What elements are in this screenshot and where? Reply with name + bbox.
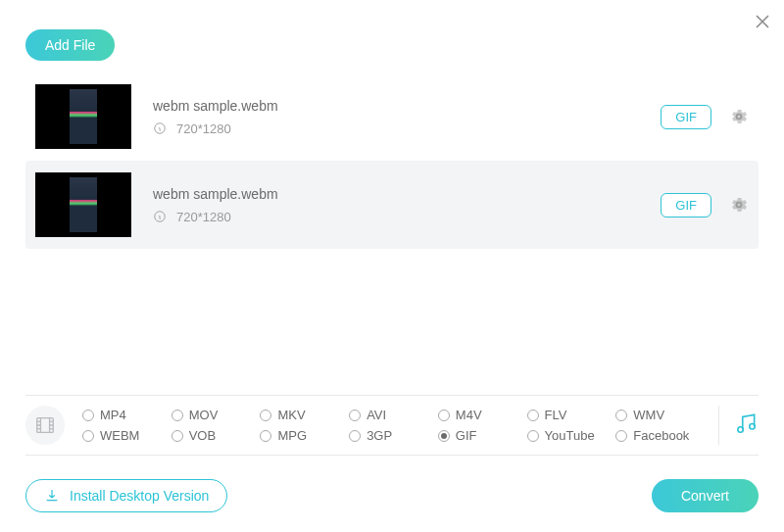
video-category-button[interactable] bbox=[25, 406, 65, 445]
format-label: FLV bbox=[545, 408, 567, 422]
format-bar: MP4MOVMKVAVIM4VFLVWMVWEBMVOBMPG3GPGIFYou… bbox=[25, 395, 759, 456]
music-icon bbox=[733, 411, 759, 436]
radio-icon bbox=[615, 410, 627, 421]
gear-icon bbox=[729, 195, 749, 215]
radio-icon bbox=[260, 410, 271, 421]
format-option-gif[interactable]: GIF bbox=[438, 428, 527, 443]
svg-point-3 bbox=[738, 427, 743, 432]
divider bbox=[718, 406, 719, 445]
format-option-mov[interactable]: MOV bbox=[172, 408, 261, 422]
file-name: webm sample.webm bbox=[153, 186, 661, 202]
info-icon bbox=[153, 210, 167, 223]
file-resolution: 720*1280 bbox=[176, 121, 231, 136]
format-label: YouTube bbox=[545, 428, 595, 443]
bottom-bar: Install Desktop Version Convert bbox=[25, 479, 759, 512]
format-label: VOB bbox=[189, 428, 216, 443]
radio-icon bbox=[349, 410, 361, 421]
install-desktop-label: Install Desktop Version bbox=[70, 488, 209, 504]
format-label: MKV bbox=[277, 408, 305, 422]
settings-button[interactable] bbox=[729, 107, 749, 126]
format-label: MOV bbox=[189, 408, 219, 422]
format-option-m4v[interactable]: M4V bbox=[438, 408, 527, 422]
output-format-badge[interactable]: GIF bbox=[661, 105, 711, 129]
download-icon bbox=[44, 488, 60, 504]
file-info: webm sample.webm720*1280 bbox=[153, 98, 661, 136]
file-row[interactable]: webm sample.webm720*1280GIF bbox=[25, 73, 759, 161]
radio-icon bbox=[438, 410, 450, 421]
radio-icon bbox=[260, 430, 271, 442]
install-desktop-button[interactable]: Install Desktop Version bbox=[25, 479, 227, 512]
format-option-avi[interactable]: AVI bbox=[349, 408, 438, 422]
close-button[interactable] bbox=[753, 12, 772, 31]
radio-icon bbox=[172, 430, 183, 442]
radio-icon bbox=[172, 410, 183, 421]
file-meta: 720*1280 bbox=[153, 121, 661, 136]
close-icon bbox=[753, 12, 772, 31]
format-option-mp4[interactable]: MP4 bbox=[82, 408, 172, 422]
format-option-webm[interactable]: WEBM bbox=[82, 428, 172, 443]
format-option-mpg[interactable]: MPG bbox=[260, 428, 349, 443]
file-list: webm sample.webm720*1280GIFwebm sample.w… bbox=[25, 73, 759, 249]
format-option-flv[interactable]: FLV bbox=[527, 408, 616, 422]
file-row[interactable]: webm sample.webm720*1280GIF bbox=[25, 161, 759, 249]
format-option-wmv[interactable]: WMV bbox=[615, 408, 705, 422]
radio-icon bbox=[82, 430, 94, 442]
file-thumbnail bbox=[35, 84, 131, 149]
output-format-badge[interactable]: GIF bbox=[661, 193, 711, 218]
file-resolution: 720*1280 bbox=[176, 210, 231, 224]
format-label: AVI bbox=[367, 408, 386, 422]
radio-icon bbox=[438, 430, 450, 442]
format-label: MP4 bbox=[100, 408, 126, 422]
file-meta: 720*1280 bbox=[153, 210, 661, 224]
format-label: M4V bbox=[456, 408, 482, 422]
format-label: 3GP bbox=[367, 428, 392, 443]
radio-icon bbox=[527, 430, 539, 442]
file-actions: GIF bbox=[661, 193, 749, 218]
audio-category-button[interactable] bbox=[733, 411, 759, 440]
file-actions: GIF bbox=[661, 105, 749, 129]
format-option-vob[interactable]: VOB bbox=[172, 428, 261, 443]
format-option-facebook[interactable]: Facebook bbox=[615, 428, 705, 443]
file-info: webm sample.webm720*1280 bbox=[153, 186, 661, 224]
format-option-youtube[interactable]: YouTube bbox=[527, 428, 616, 443]
format-label: GIF bbox=[456, 428, 477, 443]
convert-button[interactable]: Convert bbox=[652, 479, 759, 512]
format-option-mkv[interactable]: MKV bbox=[260, 408, 349, 422]
file-thumbnail bbox=[35, 172, 131, 237]
format-label: MPG bbox=[277, 428, 307, 443]
format-option-3gp[interactable]: 3GP bbox=[349, 428, 438, 443]
settings-button[interactable] bbox=[729, 195, 749, 215]
radio-icon bbox=[527, 410, 539, 421]
gear-icon bbox=[729, 107, 749, 126]
radio-icon bbox=[82, 410, 94, 421]
add-file-button[interactable]: Add File bbox=[25, 29, 115, 61]
radio-icon bbox=[349, 430, 361, 442]
film-icon bbox=[34, 414, 56, 436]
file-name: webm sample.webm bbox=[153, 98, 661, 114]
format-label: Facebook bbox=[633, 428, 689, 443]
format-label: WEBM bbox=[100, 428, 139, 443]
radio-icon bbox=[615, 430, 627, 442]
info-icon bbox=[153, 121, 167, 135]
format-label: WMV bbox=[633, 408, 664, 422]
formats-grid: MP4MOVMKVAVIM4VFLVWMVWEBMVOBMPG3GPGIFYou… bbox=[82, 408, 705, 443]
